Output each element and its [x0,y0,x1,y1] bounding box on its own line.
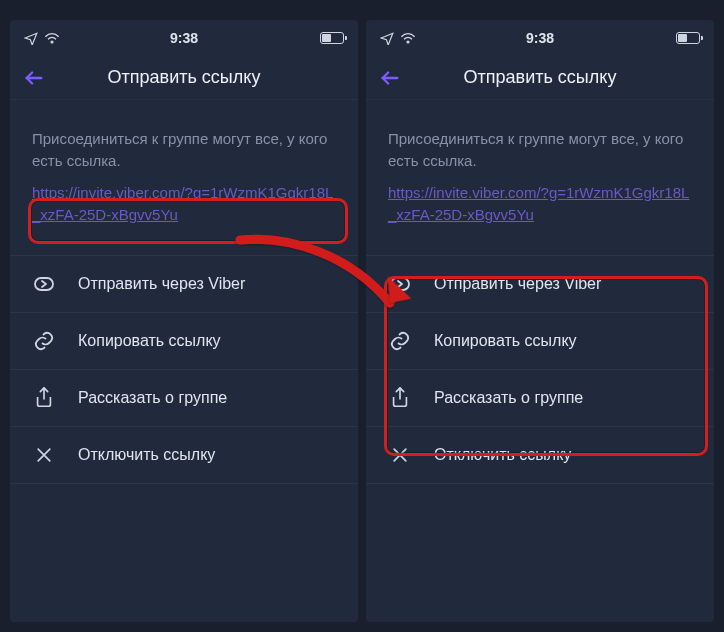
menu-label: Отправить через Viber [434,275,601,293]
close-icon [388,443,412,467]
wifi-icon [400,32,416,44]
share-group-item[interactable]: Рассказать о группе [366,369,714,426]
close-icon [32,443,56,467]
menu-label: Рассказать о группе [78,389,227,407]
svg-rect-1 [35,278,53,290]
send-icon [388,272,412,296]
svg-point-0 [51,41,53,43]
menu-label: Отключить ссылку [434,446,571,464]
battery-icon [676,32,700,44]
menu-label: Копировать ссылку [78,332,221,350]
nav-header: Отправить ссылку [366,56,714,100]
share-group-item[interactable]: Рассказать о группе [10,369,358,426]
send-via-viber-item[interactable]: Отправить через Viber [10,255,358,312]
menu-label: Копировать ссылку [434,332,577,350]
copy-link-item[interactable]: Копировать ссылку [366,312,714,369]
page-title: Отправить ссылку [108,67,261,88]
menu-label: Отключить ссылку [78,446,215,464]
status-time: 9:38 [170,30,198,46]
send-via-viber-item[interactable]: Отправить через Viber [366,255,714,312]
menu-label: Отправить через Viber [78,275,245,293]
back-button[interactable] [366,56,414,100]
phone-screen-left: 9:38 Отправить ссылку Присоединиться к г… [10,20,358,622]
airplane-icon [380,31,394,45]
svg-point-2 [407,41,409,43]
copy-link-item[interactable]: Копировать ссылку [10,312,358,369]
share-icon [32,386,56,410]
actions-menu: Отправить через Viber Копировать ссылку … [10,255,358,484]
invite-link[interactable]: https://invite.viber.com/?g=1rWzmK1Ggkr1… [32,184,333,224]
actions-menu: Отправить через Viber Копировать ссылку … [366,255,714,484]
disable-link-item[interactable]: Отключить ссылку [10,426,358,484]
description-block: Присоединиться к группе могут все, у ког… [10,100,358,247]
status-bar: 9:38 [10,20,358,56]
description-text: Присоединиться к группе могут все, у ког… [32,128,336,172]
wifi-icon [44,32,60,44]
description-text: Присоединиться к группе могут все, у ког… [388,128,692,172]
airplane-icon [24,31,38,45]
disable-link-item[interactable]: Отключить ссылку [366,426,714,484]
link-icon [388,329,412,353]
back-button[interactable] [10,56,58,100]
send-icon [32,272,56,296]
link-icon [32,329,56,353]
menu-label: Рассказать о группе [434,389,583,407]
svg-rect-3 [391,278,409,290]
status-bar: 9:38 [366,20,714,56]
phone-screen-right: 9:38 Отправить ссылку Присоединиться к г… [366,20,714,622]
description-block: Присоединиться к группе могут все, у ког… [366,100,714,247]
page-title: Отправить ссылку [464,67,617,88]
invite-link[interactable]: https://invite.viber.com/?g=1rWzmK1Ggkr1… [388,184,689,224]
nav-header: Отправить ссылку [10,56,358,100]
battery-icon [320,32,344,44]
share-icon [388,386,412,410]
status-time: 9:38 [526,30,554,46]
